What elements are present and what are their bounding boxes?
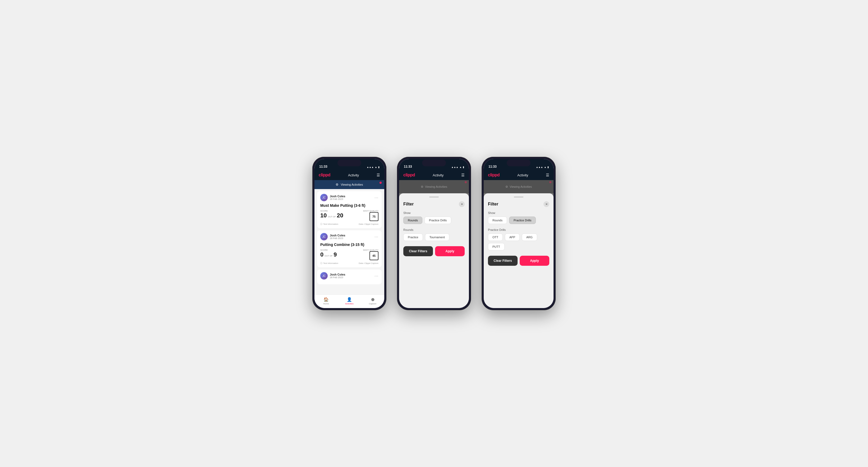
filter-actions-3: Clear Filters Apply: [488, 256, 549, 266]
viewing-bar-text-1: Viewing Activities: [341, 183, 363, 186]
capture-label: Capture: [369, 303, 376, 305]
sheet-header-2: Filter ✕: [403, 201, 465, 207]
activity-title-2: Putting Combine (3-15 ft): [320, 243, 378, 247]
activity-list-1: JC Josh Coles 28 Feb 2023 ··· Must Make …: [314, 189, 384, 294]
wifi-icon-3: ▲: [544, 166, 547, 168]
apply-button-3[interactable]: Apply: [520, 256, 549, 266]
close-button-3[interactable]: ✕: [544, 201, 549, 207]
clear-filters-button-2[interactable]: Clear Filters: [403, 246, 433, 256]
logo-1: clippd: [319, 173, 330, 178]
info-text-2: Test Information: [323, 262, 338, 264]
notification-dot-1: [379, 182, 382, 184]
shots-value-2: 9: [334, 251, 337, 258]
status-icons-3: ▲▲▲ ▲ ▮: [536, 166, 549, 168]
phone-3-screen: 11:33 ▲▲▲ ▲ ▮ clippd Activity ☰ ⚙Viewing…: [484, 159, 554, 308]
shot-quality-label-1: Shot Quality: [363, 210, 378, 212]
practice-drills-show-button-2[interactable]: Practice Drills: [425, 217, 451, 224]
nav-title-3: Activity: [517, 173, 528, 177]
wifi-icon-2: ▲: [459, 166, 462, 168]
rounds-show-button-2[interactable]: Rounds: [403, 217, 422, 224]
sheet-handle-3: [514, 196, 523, 197]
sheet-header-3: Filter ✕: [488, 201, 549, 207]
shots-value-1: 20: [337, 212, 343, 219]
phone-2-screen: 11:33 ▲▲▲ ▲ ▮ clippd Activity ☰ ⚙Viewing…: [399, 159, 469, 308]
app-button-3[interactable]: APP: [505, 234, 520, 241]
avatar-3: JC: [320, 272, 328, 280]
activity-card-3: JC Josh Coles 28 Feb 2023 ···: [317, 270, 382, 284]
filter-title-3: Filter: [488, 202, 498, 207]
status-time-3: 11:33: [489, 165, 497, 168]
notch-2: [422, 159, 446, 166]
logo-2: clippd: [403, 173, 415, 178]
clear-filters-button-3[interactable]: Clear Filters: [488, 256, 518, 266]
menu-icon-2[interactable]: ☰: [461, 173, 465, 177]
battery-icon: ▮: [378, 166, 379, 168]
avatar-2: JC: [320, 233, 328, 240]
nav-title-2: Activity: [433, 173, 443, 177]
nav-item-activities[interactable]: 👤 Activities: [338, 297, 361, 305]
nav-title-1: Activity: [348, 173, 359, 177]
tournament-button-2[interactable]: Tournament: [425, 234, 450, 241]
practice-drills-show-button-3[interactable]: Practice Drills: [509, 217, 536, 224]
sheet-handle-2: [429, 196, 439, 197]
menu-icon-3[interactable]: ☰: [546, 173, 549, 177]
capture-icon: ⊕: [371, 297, 374, 302]
filter-title-2: Filter: [403, 202, 414, 207]
info-text-1: Test Information: [323, 223, 338, 225]
putt-button-3[interactable]: PUTT: [488, 243, 505, 250]
footer-info-2: ⓘ Test Information: [320, 262, 338, 265]
rounds-show-button-3[interactable]: Rounds: [488, 217, 507, 224]
score-value-2: 0: [320, 251, 323, 258]
info-icon-1: ⓘ: [320, 223, 322, 225]
card-footer-1: ⓘ Test Information Data: Clippd Capture: [320, 223, 378, 225]
notch-3: [507, 159, 530, 166]
filter-actions-2: Clear Filters Apply: [403, 246, 465, 256]
footer-info-1: ⓘ Test Information: [320, 223, 338, 225]
shot-quality-label-2: Shot Quality: [363, 249, 378, 251]
notch: [338, 159, 361, 166]
avatar-1: JC: [320, 194, 328, 201]
more-dots-1[interactable]: ···: [374, 195, 378, 200]
show-buttons-3: Rounds Practice Drills: [488, 217, 549, 224]
drills-buttons-3: OTT APP ARG PUTT: [488, 234, 549, 250]
more-dots-2[interactable]: ···: [374, 235, 378, 239]
card-header-1: JC Josh Coles 28 Feb 2023 ···: [320, 194, 378, 201]
info-icon-2: ⓘ: [320, 262, 322, 265]
battery-icon-3: ▮: [548, 166, 549, 168]
activity-card-2: JC Josh Coles 28 Feb 2023 ··· Putting Co…: [317, 230, 382, 267]
user-info-2: JC Josh Coles 28 Feb 2023: [320, 233, 345, 240]
signal-icon-3: ▲▲▲: [536, 166, 543, 168]
shot-quality-badge-1: 75: [369, 212, 378, 221]
signal-icon: ▲▲▲: [367, 166, 374, 168]
user-date-3: 28 Feb 2023: [330, 276, 345, 279]
menu-icon-1[interactable]: ☰: [377, 173, 380, 177]
status-icons-1: ▲▲▲ ▲ ▮: [367, 166, 379, 168]
user-date-2: 28 Feb 2023: [330, 237, 345, 240]
phone-1: 11:33 ▲▲▲ ▲ ▮ clippd Activity ☰ ⚙ Viewin…: [312, 157, 386, 310]
phone-2: 11:33 ▲▲▲ ▲ ▮ clippd Activity ☰ ⚙Viewing…: [397, 157, 471, 310]
activity-card-1: JC Josh Coles 28 Feb 2023 ··· Must Make …: [317, 191, 382, 228]
show-label-3: Show: [488, 211, 549, 214]
practice-round-button-2[interactable]: Practice: [403, 234, 423, 241]
close-button-2[interactable]: ✕: [459, 201, 465, 207]
apply-button-2[interactable]: Apply: [435, 246, 465, 256]
shot-quality-badge-2: 45: [369, 251, 378, 260]
nav-header-1: clippd Activity ☰: [314, 170, 384, 180]
battery-icon-2: ▮: [463, 166, 464, 168]
activities-icon: 👤: [347, 297, 352, 302]
user-name-3: Josh Coles: [330, 273, 345, 276]
user-info-1: JC Josh Coles 28 Feb 2023: [320, 194, 345, 201]
more-dots-3[interactable]: ···: [374, 274, 378, 278]
nav-item-capture[interactable]: ⊕ Capture: [361, 297, 384, 305]
logo-3: clippd: [488, 173, 500, 178]
nav-header-3: clippd Activity ☰: [484, 170, 554, 180]
bottom-nav-1: 🏠 Home 👤 Activities ⊕ Capture: [314, 294, 384, 308]
phones-container: 11:33 ▲▲▲ ▲ ▮ clippd Activity ☰ ⚙ Viewin…: [312, 157, 556, 310]
rounds-buttons-2: Practice Tournament: [403, 234, 465, 241]
arg-button-3[interactable]: ARG: [522, 234, 537, 241]
card-header-2: JC Josh Coles 28 Feb 2023 ···: [320, 233, 378, 240]
nav-item-home[interactable]: 🏠 Home: [314, 297, 338, 305]
ott-button-3[interactable]: OTT: [488, 234, 503, 241]
viewing-bar-1[interactable]: ⚙ Viewing Activities: [314, 180, 384, 189]
home-icon: 🏠: [323, 297, 329, 302]
